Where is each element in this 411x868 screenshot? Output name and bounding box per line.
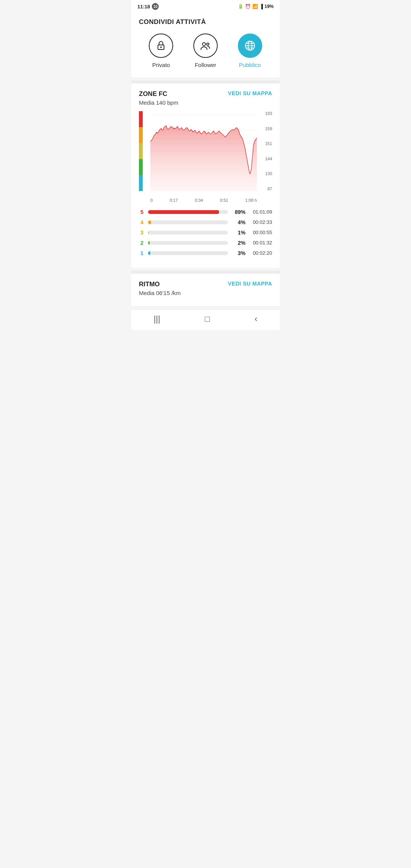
notification-badge: 10: [152, 3, 159, 10]
zone-fc-subtitle: Media 140 bpm: [139, 99, 272, 106]
zone-bar-track-4: [148, 220, 228, 224]
zone-num-3: 3: [139, 229, 145, 236]
svg-point-3: [207, 43, 209, 45]
share-icon-pubblico[interactable]: [238, 34, 262, 58]
x-label-034: 0:34: [195, 198, 203, 203]
zone-num-5: 5: [139, 209, 145, 215]
share-icon-follower[interactable]: [193, 34, 218, 58]
share-options: Privato Follower: [139, 34, 272, 68]
zone-bar-track-3: [148, 231, 228, 235]
status-bar: 11:18 10 🔋 ⏰ 📶 ▐ 19%: [131, 0, 280, 11]
battery-icon: 🔋: [238, 4, 244, 9]
zone-time-5: 01:01:09: [249, 209, 272, 215]
ritmo-section: RITMO VEDI SU MAPPA Media 06'15 /km: [131, 274, 280, 306]
share-option-follower[interactable]: Follower: [193, 34, 218, 68]
share-section: CONDIVIDI ATTIVITÀ Privato: [131, 11, 280, 77]
x-label-017: 0:17: [170, 198, 178, 203]
zone-row-3: 3 1% 00:00:55: [139, 229, 272, 236]
zone-seg-3: [139, 143, 143, 159]
divider-2: [131, 271, 280, 274]
zone-time-1: 00:02:20: [249, 250, 272, 256]
nav-back[interactable]: ‹: [255, 314, 257, 324]
zone-bar-fill-3: [148, 231, 149, 235]
battery-pct: 19%: [264, 4, 274, 9]
zone-bar-fill-4: [148, 220, 151, 224]
zone-seg-2: [139, 159, 143, 175]
divider-1: [131, 80, 280, 83]
zone-pct-3: 1%: [231, 230, 245, 236]
y-label-130: 130: [265, 171, 272, 176]
status-left: 11:18 10: [137, 3, 159, 10]
zone-pct-2: 2%: [231, 240, 245, 246]
zone-row-5: 5 89% 01:01:09: [139, 209, 272, 215]
x-label-0: 0: [150, 198, 153, 203]
svg-point-1: [160, 46, 162, 48]
zone-bar-track-1: [148, 251, 228, 255]
zone-fc-view-map[interactable]: VEDI SU MAPPA: [228, 90, 272, 96]
zone-num-4: 4: [139, 219, 145, 225]
status-right: 🔋 ⏰ 📶 ▐ 19%: [238, 4, 274, 9]
ritmo-view-map[interactable]: VEDI SU MAPPA: [228, 281, 272, 287]
alarm-icon: ⏰: [245, 4, 251, 9]
share-option-pubblico[interactable]: Pubblico: [238, 34, 262, 68]
nav-recent-apps[interactable]: |||: [154, 314, 160, 324]
zone-pct-5: 89%: [231, 209, 245, 215]
zone-num-2: 2: [139, 239, 145, 246]
ritmo-title: RITMO: [139, 281, 160, 288]
x-label-108: 1:08 h: [245, 198, 257, 203]
share-icon-privato[interactable]: [149, 34, 173, 58]
zone-time-2: 00:01:32: [249, 240, 272, 246]
zone-time-4: 00:02:33: [249, 219, 272, 225]
ritmo-subtitle: Media 06'15 /km: [139, 290, 272, 296]
y-label-159: 159: [265, 126, 272, 131]
chart-x-labels: 0 0:17 0:34 0:51 1:08 h: [150, 192, 257, 203]
zone-bars: 5 89% 01:01:09 4 4% 00:02:33 3 1% 00:00:…: [139, 209, 272, 256]
nav-home[interactable]: □: [205, 314, 210, 324]
zone-bar-fill-2: [148, 241, 150, 245]
signal-icon: ▐: [260, 4, 263, 9]
y-label-144: 144: [265, 156, 272, 161]
y-label-151: 151: [265, 141, 272, 146]
y-label-193: 193: [265, 111, 272, 116]
chart-svg-area: [150, 111, 257, 191]
bottom-nav: ||| □ ‹: [131, 309, 280, 330]
zone-time-3: 00:00:55: [249, 230, 272, 235]
y-label-87: 87: [268, 187, 272, 191]
ritmo-header: RITMO VEDI SU MAPPA: [139, 281, 272, 288]
zone-row-4: 4 4% 00:02:33: [139, 219, 272, 225]
zone-bar-fill-5: [148, 210, 219, 214]
zone-fc-section: ZONE FC VEDI SU MAPPA Media 140 bpm: [131, 83, 280, 268]
chart-y-labels: 193 159 151 144 130 87: [258, 111, 272, 191]
zone-fc-title: ZONE FC: [139, 90, 167, 98]
wifi-icon: 📶: [252, 4, 258, 9]
share-option-privato[interactable]: Privato: [149, 34, 173, 68]
share-label-follower: Follower: [195, 62, 217, 68]
zone-row-1: 1 3% 00:02:20: [139, 250, 272, 256]
zone-seg-5: [139, 111, 143, 127]
zone-bar-track-2: [148, 241, 228, 245]
zone-seg-1: [139, 175, 143, 191]
share-label-pubblico: Pubblico: [239, 62, 261, 68]
zone-row-2: 2 2% 00:01:32: [139, 239, 272, 246]
zone-bar-track-5: [148, 210, 228, 214]
status-time: 11:18: [137, 4, 150, 10]
heart-rate-chart: 193 159 151 144 130 87 0 0:17 0:34 0:51 …: [139, 111, 272, 203]
svg-point-2: [202, 43, 206, 46]
zone-bar-fill-1: [148, 251, 150, 255]
zone-color-bar: [139, 111, 143, 191]
share-label-privato: Privato: [152, 62, 170, 68]
zone-seg-4: [139, 127, 143, 143]
zone-fc-header: ZONE FC VEDI SU MAPPA: [139, 90, 272, 98]
zone-pct-4: 4%: [231, 219, 245, 225]
zone-pct-1: 3%: [231, 250, 245, 256]
zone-num-1: 1: [139, 250, 145, 256]
svg-marker-14: [150, 126, 257, 191]
x-label-051: 0:51: [220, 198, 228, 203]
share-title: CONDIVIDI ATTIVITÀ: [139, 18, 272, 26]
